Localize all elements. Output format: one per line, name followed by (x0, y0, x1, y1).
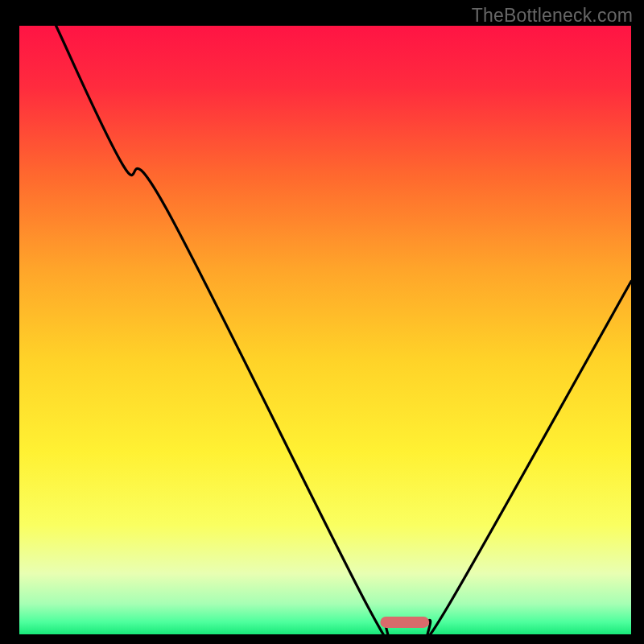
bottleneck-chart (0, 0, 644, 644)
optimal-marker (380, 617, 429, 628)
watermark-text: TheBottleneck.com (472, 5, 633, 27)
chart-frame: TheBottleneck.com (0, 0, 644, 644)
plot-background (19, 26, 631, 634)
